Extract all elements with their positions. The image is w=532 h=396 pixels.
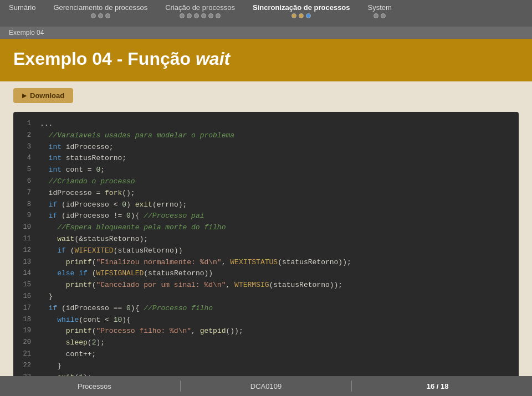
line-code-21: cont++; [40, 349, 96, 361]
nav-dots-gerenciamento [91, 13, 110, 18]
line-code-13: printf("Finalizou normalmente: %d\n", WE… [40, 257, 351, 269]
line-num-19: 19 [13, 326, 40, 337]
line-num-18: 18 [13, 315, 40, 326]
code-line-23: 23 exit(1); [13, 372, 519, 376]
dot-s3 [306, 13, 311, 18]
line-code-17: if (idProcesso == 0){ //Processo filho [40, 303, 213, 315]
nav-item-criacao[interactable]: Criação de processos [165, 3, 235, 22]
line-num-6: 6 [13, 176, 40, 188]
line-code-2: //Varaiaveis usadas para modelar o probl… [40, 130, 234, 142]
line-code-20: sleep(2); [40, 337, 105, 349]
dot-4 [201, 13, 206, 18]
code-line-8: 8 if (idProcesso < 0) exit(errno); [13, 199, 519, 211]
download-arrow-icon: ▶ [22, 92, 27, 99]
line-num-11: 11 [13, 234, 40, 245]
download-button[interactable]: ▶ Download [13, 88, 73, 103]
line-num-8: 8 [13, 199, 40, 211]
dot-sy1 [374, 13, 378, 18]
dot-5 [208, 13, 213, 18]
line-code-1: ... [40, 119, 53, 130]
footer-label-dca0109: DCA0109 [250, 382, 282, 390]
line-code-12: if (WIFEXITED(statusRetorno)) [40, 245, 182, 257]
line-num-1: 1 [13, 119, 40, 130]
line-code-18: while(cont < 10){ [40, 315, 131, 326]
page-title: Exemplo 04 - Função wait [13, 49, 519, 69]
dot-s2 [299, 13, 304, 18]
line-num-5: 5 [13, 164, 40, 176]
line-code-19: printf("Processo filho: %d\n", getpid())… [40, 326, 243, 337]
code-line-4: 4 int statusRetorno; [13, 153, 519, 164]
footer: Processos DCA0109 16 / 18 [0, 376, 532, 396]
code-line-3: 3 int idProcesso; [13, 142, 519, 153]
line-num-4: 4 [13, 153, 40, 164]
nav-label-sincronizacao: Sincronização de processos [253, 3, 350, 12]
page-title-italic: wait [196, 49, 230, 69]
dot-1 [91, 13, 96, 18]
dot-3 [105, 13, 110, 18]
dot-2 [187, 13, 192, 18]
line-num-15: 15 [13, 280, 40, 291]
nav-dots-criacao [180, 13, 221, 18]
footer-section-processos: Processos [9, 382, 180, 390]
code-line-9: 9 if (idProcesso != 0){ //Processo pai [13, 210, 519, 222]
dot-2 [98, 13, 103, 18]
line-num-21: 21 [13, 349, 40, 361]
line-code-16: } [40, 291, 53, 303]
code-line-7: 7 idProcesso = fork(); [13, 188, 519, 199]
code-line-12: 12 if (WIFEXITED(statusRetorno)) [13, 245, 519, 257]
dot-6 [216, 13, 221, 18]
line-code-23: exit(1); [40, 372, 92, 376]
code-line-14: 14 else if (WIFSIGNALED(statusRetorno)) [13, 268, 519, 280]
line-num-13: 13 [13, 257, 40, 269]
nav-label-sumario: Sumário [9, 3, 35, 12]
footer-label-page: 16 / 18 [427, 382, 449, 390]
footer-section-page: 16 / 18 [352, 382, 523, 390]
code-line-18: 18 while(cont < 10){ [13, 315, 519, 326]
top-navigation: Sumário Gerenciamento de processos Criaç… [0, 0, 532, 27]
line-num-22: 22 [13, 361, 40, 372]
code-line-15: 15 printf("Cancelado por um sinal: %d\n"… [13, 280, 519, 291]
line-code-5: int cont = 0; [40, 164, 105, 176]
line-code-11: wait(&statusRetorno); [40, 234, 148, 245]
line-code-14: else if (WIFSIGNALED(statusRetorno)) [40, 268, 213, 280]
nav-item-sumario[interactable]: Sumário [9, 3, 35, 15]
nav-label-system: System [368, 3, 392, 12]
main-content: ▶ Download 1 ... 2 //Varaiaveis usadas p… [0, 81, 532, 376]
nav-item-sincronizacao[interactable]: Sincronização de processos [253, 3, 350, 22]
code-line-16: 16 } [13, 291, 519, 303]
line-code-3: int idProcesso; [40, 142, 114, 153]
breadcrumb-text: Exemplo 04 [9, 29, 44, 37]
code-line-10: 10 //Espera bloqueante pela morte do fil… [13, 222, 519, 234]
line-code-15: printf("Cancelado por um sinal: %d\n", W… [40, 280, 342, 291]
line-num-7: 7 [13, 188, 40, 199]
dot-1 [180, 13, 185, 18]
code-line-21: 21 cont++; [13, 349, 519, 361]
line-num-16: 16 [13, 291, 40, 303]
line-code-10: //Espera bloqueante pela morte do filho [40, 222, 226, 234]
code-line-2: 2 //Varaiaveis usadas para modelar o pro… [13, 130, 519, 142]
dot-s1 [291, 13, 296, 18]
nav-dots-sincronizacao [291, 13, 311, 18]
line-code-7: idProcesso = fork(); [40, 188, 135, 199]
nav-label-criacao: Criação de processos [165, 3, 235, 12]
nav-item-gerenciamento[interactable]: Gerenciamento de processos [53, 3, 147, 22]
code-line-13: 13 printf("Finalizou normalmente: %d\n",… [13, 257, 519, 269]
line-num-20: 20 [13, 337, 40, 349]
line-code-8: if (idProcesso < 0) exit(errno); [40, 199, 187, 211]
line-num-12: 12 [13, 245, 40, 257]
line-num-9: 9 [13, 210, 40, 222]
line-num-10: 10 [13, 222, 40, 234]
download-label: Download [30, 91, 64, 100]
code-line-22: 22 } [13, 361, 519, 372]
dot-sy2 [381, 13, 386, 18]
page-header: Exemplo 04 - Função wait [0, 39, 532, 81]
line-code-9: if (idProcesso != 0){ //Processo pai [40, 210, 204, 222]
nav-label-gerenciamento: Gerenciamento de processos [53, 3, 147, 12]
breadcrumb: Exemplo 04 [0, 27, 532, 39]
line-code-6: //Criando o processo [40, 176, 135, 188]
footer-label-processos: Processos [78, 382, 111, 390]
code-line-17: 17 if (idProcesso == 0){ //Processo filh… [13, 303, 519, 315]
page-title-normal: Exemplo 04 - Função [13, 49, 196, 69]
nav-item-system[interactable]: System [368, 3, 392, 22]
nav-dots-system [374, 13, 386, 18]
